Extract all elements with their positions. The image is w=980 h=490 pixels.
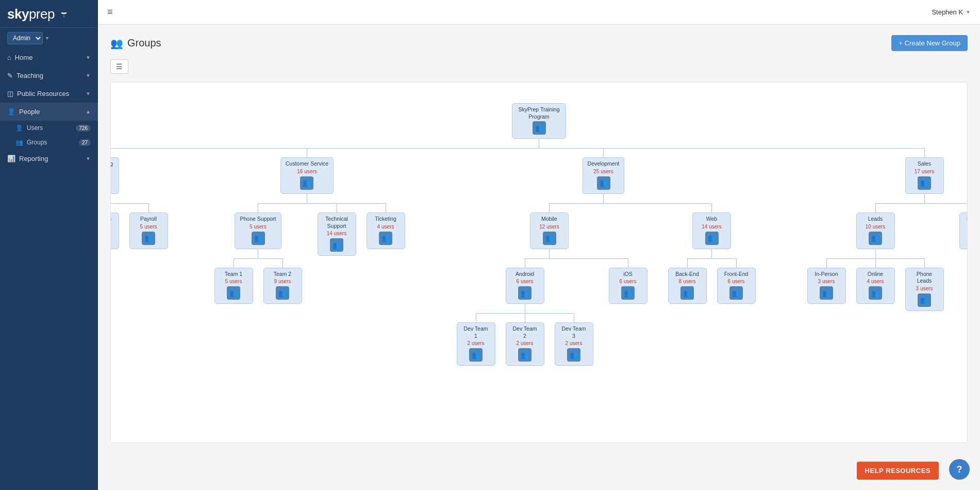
sidebar-sub-users[interactable]: 👤 Users 726 [0, 121, 98, 135]
org-node[interactable]: iOS6 users👥 [609, 268, 647, 304]
org-node[interactable]: Phone Support5 users👥 [235, 213, 281, 249]
sidebar: skyprep Admin ▼ ⌂ Home ▼ ✎ Teaching ▼ ◫ … [0, 0, 98, 490]
people-icon: 👤 [7, 108, 15, 116]
menu-button[interactable]: ≡ [107, 7, 113, 18]
org-node[interactable]: Back-End8 users👥 [668, 268, 707, 304]
logo-icon [59, 12, 69, 18]
role-select[interactable]: Admin [7, 32, 43, 44]
main-area: ≡ Stephen K ▼ 👥 Groups + Create New Grou… [98, 0, 980, 490]
children-row: Leads10 users👥In-Person3 users👥Online4 u… [797, 203, 968, 311]
org-node[interactable]: Web14 users👥 [692, 213, 731, 249]
tree-node-wrapper: Expenses3 users👥 [110, 213, 119, 249]
org-node[interactable]: In-Person3 users👥 [807, 268, 846, 304]
sidebar-item-teaching[interactable]: ✎ Teaching ▼ [0, 67, 98, 85]
children-row: Accounting13 users👥Accounts Receivable4 … [110, 148, 968, 366]
tree-node-wrapper: Dev Team 12 users👥 [457, 322, 495, 366]
sidebar-sub-groups[interactable]: 👥 Groups 27 [0, 135, 98, 150]
tree-node-wrapper: Ticketing4 users👥 [367, 213, 405, 249]
tree-node-wrapper: SkyPrep Training Program👥Accounting13 us… [110, 98, 968, 376]
content-area: 👥 Groups + Create New Group ☰ SkyPrep Tr… [98, 25, 980, 490]
users-count: 726 [76, 125, 91, 132]
org-chart-container: SkyPrep Training Program👥Accounting13 us… [110, 82, 968, 443]
tree-node-wrapper: Customer Service16 users👥Phone Support5 … [204, 157, 410, 304]
sidebar-item-home[interactable]: ⌂ Home ▼ [0, 48, 98, 67]
sidebar-item-home-label: Home [15, 54, 33, 61]
tree-node-wrapper: Front-End6 users👥 [717, 268, 756, 304]
org-node[interactable]: Sales17 users👥 [905, 157, 944, 194]
org-node[interactable]: Android6 users👥 [506, 268, 544, 304]
user-name: Stephen K [932, 8, 963, 16]
org-node[interactable]: Payroll5 users👥 [129, 213, 168, 249]
org-node[interactable]: SkyPrep Training Program👥 [512, 103, 566, 139]
children-row: Accounts Receivable4 users👥Expenses3 use… [110, 203, 173, 256]
list-view-button[interactable]: ☰ [110, 59, 128, 74]
children-row: In-Person3 users👥Online4 users👥Phone Lea… [802, 258, 949, 311]
tree-node-wrapper: Sales17 users👥Leads10 users👥In-Person3 u… [797, 157, 968, 311]
tree-node-wrapper: Payroll5 users👥 [129, 213, 168, 249]
org-node[interactable]: Dev Team 32 users👥 [555, 322, 593, 366]
sidebar-item-reporting-label: Reporting [19, 155, 48, 162]
reporting-arrow: ▼ [86, 156, 91, 161]
org-node[interactable]: Marketing4 users👥 [959, 213, 968, 249]
groups-sub-icon: 👥 [15, 139, 23, 146]
org-node[interactable]: Customer Service16 users👥 [280, 157, 334, 194]
org-node[interactable]: Accounting13 users👥 [110, 157, 119, 194]
org-node[interactable]: Ticketing4 users👥 [367, 213, 405, 249]
org-node[interactable]: Team 15 users👥 [214, 268, 253, 304]
org-node[interactable]: Technical Support14 users👥 [318, 213, 356, 256]
sidebar-item-public-resources-label: Public Resources [17, 90, 69, 97]
org-node[interactable]: Team 29 users👥 [263, 268, 302, 304]
org-node[interactable]: Expenses3 users👥 [110, 213, 119, 249]
children-row: Phone Support5 users👥Team 15 users👥Team … [204, 203, 410, 304]
org-node[interactable]: Phone Leads3 users👥 [905, 268, 944, 311]
org-node[interactable]: Front-End6 users👥 [717, 268, 756, 304]
logo-area: skyprep [0, 0, 98, 28]
page-title: Groups [127, 37, 161, 49]
org-node[interactable]: Online4 users👥 [856, 268, 895, 304]
org-node[interactable]: Development25 users👥 [583, 157, 625, 194]
children-row: Android6 users👥Dev Team 12 users👥Dev Tea… [446, 258, 653, 366]
sidebar-item-people-label: People [19, 108, 40, 116]
sidebar-item-people[interactable]: 👤 People ▲ [0, 103, 98, 121]
tree-node-wrapper: Leads10 users👥In-Person3 users👥Online4 u… [802, 213, 949, 311]
help-circle-button[interactable]: ? [949, 459, 970, 480]
org-chart: SkyPrep Training Program👥Accounting13 us… [121, 93, 957, 381]
tree-node-wrapper: Accounting13 users👥Accounts Receivable4 … [110, 157, 173, 256]
tree-node-wrapper: Online4 users👥 [856, 268, 895, 304]
reporting-icon: 📊 [7, 155, 15, 162]
sidebar-sub-groups-label: Groups [27, 139, 47, 146]
tree-node-wrapper: Web14 users👥Back-End8 users👥Front-End6 u… [663, 213, 761, 304]
tree-node-wrapper: Android6 users👥Dev Team 12 users👥Dev Tea… [452, 268, 599, 366]
public-resources-icon: ◫ [7, 90, 13, 97]
tree-node-wrapper: iOS6 users👥 [609, 268, 647, 304]
admin-selector[interactable]: Admin ▼ [7, 32, 91, 44]
sidebar-item-teaching-label: Teaching [16, 72, 43, 79]
tree-node-wrapper: Mobile12 users👥Android6 users👥Dev Team 1… [446, 213, 653, 366]
tree-node-wrapper: Phone Leads3 users👥 [905, 268, 944, 311]
tree-node-wrapper: Phone Support5 users👥Team 15 users👥Team … [209, 213, 307, 304]
sidebar-sub-users-label: Users [27, 124, 43, 132]
public-resources-arrow: ▼ [86, 91, 91, 96]
teaching-icon: ✎ [7, 72, 13, 79]
groups-page-icon: 👥 [110, 37, 123, 50]
help-resources-button[interactable]: HELP RESOURCES [857, 462, 939, 480]
tree-node-wrapper: Development25 users👥Mobile12 users👥Andro… [441, 157, 766, 366]
create-group-button[interactable]: + Create New Group [891, 35, 968, 51]
view-toggle: ☰ [110, 59, 968, 74]
sidebar-item-public-resources[interactable]: ◫ Public Resources ▼ [0, 85, 98, 103]
teaching-arrow: ▼ [86, 73, 91, 78]
org-node[interactable]: Mobile12 users👥 [530, 213, 569, 249]
org-node[interactable]: Leads10 users👥 [856, 213, 895, 249]
tree-node-wrapper: Dev Team 22 users👥 [506, 322, 544, 366]
logo-part2: prep [29, 6, 55, 22]
people-arrow: ▲ [86, 109, 91, 115]
sidebar-item-reporting[interactable]: 📊 Reporting ▼ [0, 150, 98, 168]
tree-node-wrapper: Dev Team 32 users👥 [555, 322, 593, 366]
groups-count: 27 [79, 139, 91, 146]
user-dropdown-arrow[interactable]: ▼ [966, 9, 971, 15]
home-icon: ⌂ [7, 54, 11, 61]
page-header: 👥 Groups + Create New Group [110, 35, 968, 51]
org-node[interactable]: Dev Team 12 users👥 [457, 322, 495, 366]
org-node[interactable]: Dev Team 22 users👥 [506, 322, 544, 366]
children-row: Mobile12 users👥Android6 users👥Dev Team 1… [441, 203, 766, 366]
